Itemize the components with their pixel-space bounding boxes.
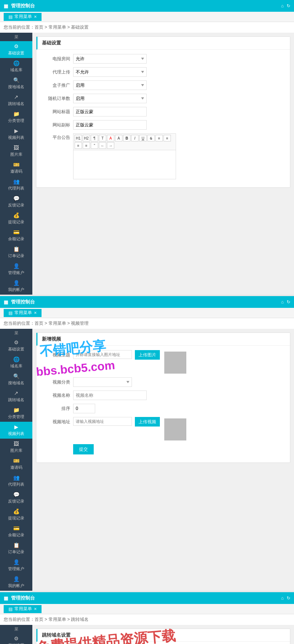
- editor-area[interactable]: [73, 150, 176, 179]
- tab-close-3[interactable]: ✕: [34, 607, 37, 611]
- sidebar-item-images[interactable]: 🖼 图片库: [0, 143, 32, 159]
- btn-upload-video-thumb[interactable]: 上传图片: [135, 350, 160, 360]
- tab-common-menu-2[interactable]: ▤ 常用菜单 ✕: [4, 309, 42, 317]
- topbar-title-area-2: ▦ 管理控制台: [4, 299, 35, 305]
- btn-h1[interactable]: H1: [75, 135, 82, 141]
- sidebar-item-orders[interactable]: 📋 订单记录: [0, 244, 32, 261]
- btn-font-color[interactable]: A: [107, 135, 114, 141]
- input-video-name[interactable]: [73, 391, 147, 400]
- btn-font-color2[interactable]: A: [115, 135, 122, 141]
- sidebar-item-feedback[interactable]: 💬 反馈记录: [0, 193, 32, 210]
- sidebar-item-withdraw-2[interactable]: 💰 提现记录: [0, 506, 32, 523]
- sidebar-item-invite-2[interactable]: 🎫 邀请码: [0, 456, 32, 472]
- tab-icon-3: ▤: [8, 607, 12, 612]
- btn-align-right[interactable]: ≡: [75, 142, 82, 149]
- panel-basic-settings: 基础设置 电报房间 允许 不允许 代理上传 不允许 允许: [36, 36, 290, 188]
- sidebar-item-balance[interactable]: 💳 余额记录: [0, 227, 32, 244]
- sidebar-item-admin-2[interactable]: 👤 管理账户: [0, 557, 32, 574]
- panel-title-1: 基础设置: [42, 40, 61, 46]
- sidebar-label-withdraw-2: 提现记录: [8, 515, 24, 521]
- label-video-sort: 排序: [41, 404, 70, 412]
- btn-redo[interactable]: →: [107, 142, 114, 149]
- sidebar-item-myaccount[interactable]: 👤 我的帐户: [0, 278, 32, 295]
- sidebar-label-invite: 邀请码: [10, 169, 22, 174]
- sidebar-item-video-2[interactable]: ▶ 视频列表: [0, 422, 32, 439]
- sidebar-item-domain-2[interactable]: 🌐 域名库: [0, 354, 32, 371]
- orders-icon: 📋: [13, 246, 19, 252]
- home-icon-2[interactable]: ⌂: [281, 299, 284, 305]
- tab-common-menu-1[interactable]: ▤ 常用菜单 ✕: [4, 13, 42, 21]
- tab-common-menu-3[interactable]: ▤ 常用菜单 ✕: [4, 605, 42, 613]
- btn-upload-video-url[interactable]: 上传视频: [135, 417, 160, 427]
- btn-align-justify[interactable]: ≡: [83, 142, 90, 149]
- btn-align-center[interactable]: ≡: [164, 135, 171, 141]
- btn-quote[interactable]: ": [91, 142, 98, 149]
- sidebar-item-admin[interactable]: 👤 管理账户: [0, 261, 32, 278]
- tab-close-1[interactable]: ✕: [34, 15, 37, 19]
- sidebar-item-orders-2[interactable]: 📋 订单记录: [0, 540, 32, 557]
- tab-label-2: 常用菜单: [14, 310, 32, 316]
- btn-text[interactable]: T: [99, 135, 106, 141]
- sidebar-item-redirect-2[interactable]: ↗ 跳转域名: [0, 388, 32, 405]
- sidebar-item-withdraw[interactable]: 💰 提现记录: [0, 210, 32, 227]
- home-icon-3[interactable]: ⌂: [281, 596, 284, 601]
- sidebar-item-category-2[interactable]: 📁 分类管理: [0, 405, 32, 422]
- select-agent-upload[interactable]: 不允许 允许: [73, 67, 147, 77]
- refresh-icon-2[interactable]: ↻: [287, 299, 290, 305]
- search-domain-icon-2: 🔍: [13, 373, 19, 379]
- select-telegram[interactable]: 允许 不允许: [73, 54, 147, 64]
- sidebar-label-proxy: 代理列表: [8, 186, 24, 191]
- topbar-2: ▦ 管理控制台 ⌂ ↻: [0, 296, 294, 308]
- btn-undo[interactable]: ←: [99, 142, 106, 149]
- input-video-thumb[interactable]: [73, 350, 132, 359]
- sidebar-item-domain[interactable]: 🌐 域名库: [0, 58, 32, 75]
- sidebar-item-proxy[interactable]: 👥 代理列表: [0, 176, 32, 193]
- input-video-sort[interactable]: [73, 404, 95, 413]
- form-row-video-name: 视频名称: [41, 391, 286, 400]
- sidebar-item-basic-settings[interactable]: ⚙ 基础设置: [0, 41, 32, 58]
- sidebar-item-search-domain[interactable]: 🔍 搜地域名: [0, 75, 32, 92]
- btn-underline[interactable]: U: [139, 135, 147, 141]
- select-video-category[interactable]: [73, 377, 132, 387]
- orders-icon-2: 📋: [13, 542, 19, 548]
- input-video-url[interactable]: [73, 417, 132, 426]
- form-row-agent-upload: 代理上传 不允许 允许: [41, 67, 286, 77]
- sidebar-item-basic-3[interactable]: ⚙ 基础设置: [0, 633, 32, 644]
- btn-strikethrough[interactable]: S̶: [147, 135, 155, 141]
- label-video-thumb: 视频主题: [41, 350, 70, 358]
- sidebar-item-search-domain-2[interactable]: 🔍 搜地域名: [0, 371, 32, 388]
- sidebar-item-video[interactable]: ▶ 视频列表: [0, 126, 32, 143]
- sidebar-item-balance-2[interactable]: 💳 余额记录: [0, 523, 32, 540]
- input-site-subtitle[interactable]: [73, 120, 147, 130]
- sidebar-label-myaccount: 我的帐户: [8, 287, 24, 292]
- app-title: 管理控制台: [11, 3, 35, 9]
- select-random-order[interactable]: 启用 禁用: [73, 94, 147, 103]
- btn-bold[interactable]: B: [123, 135, 130, 141]
- btn-h2[interactable]: H2: [83, 135, 90, 141]
- sidebar-item-basic-2[interactable]: ⚙ 基础设置: [0, 337, 32, 354]
- input-site-title[interactable]: [73, 107, 147, 116]
- invite-icon-2: 🎫: [13, 458, 19, 464]
- breadcrumb-text-2: 您当前的位置：首页 > 常用菜单 > 视频管理: [4, 321, 89, 326]
- sidebar-item-category[interactable]: 📁 分类管理: [0, 109, 32, 126]
- sidebar-item-myaccount-2[interactable]: 👤 我的帐户: [0, 574, 32, 591]
- sidebar-label-myaccount-2: 我的帐户: [8, 583, 24, 589]
- feedback-icon: 💬: [13, 195, 19, 201]
- sidebar-item-feedback-2[interactable]: 💬 反馈记录: [0, 489, 32, 506]
- tab-close-2[interactable]: ✕: [34, 311, 37, 315]
- sidebar-item-redirect[interactable]: ↗ 跳转域名: [0, 92, 32, 109]
- sidebar-item-invite[interactable]: 🎫 邀请码: [0, 159, 32, 176]
- btn-submit-video[interactable]: 提交: [73, 444, 94, 454]
- sidebar-item-images-2[interactable]: 🖼 图片库: [0, 439, 32, 456]
- btn-italic[interactable]: I: [131, 135, 139, 141]
- panel-body-1: 电报房间 允许 不允许 代理上传 不允许 允许: [36, 50, 290, 187]
- select-box-promo[interactable]: 启用 禁用: [73, 80, 147, 90]
- btn-align-left[interactable]: ≡: [155, 135, 163, 141]
- home-icon[interactable]: ⌂: [281, 3, 284, 8]
- refresh-icon-3[interactable]: ↻: [287, 596, 290, 601]
- sidebar-1: 菜 ⚙ 基础设置 🌐 域名库 🔍 搜地域名 ↗ 跳转域名 📁 分类管理: [0, 33, 32, 295]
- sidebar-item-proxy-2[interactable]: 👥 代理列表: [0, 472, 32, 489]
- btn-paragraph[interactable]: ¶: [91, 135, 98, 141]
- sidebar-label-feedback: 反馈记录: [8, 202, 24, 208]
- refresh-icon[interactable]: ↻: [287, 3, 290, 8]
